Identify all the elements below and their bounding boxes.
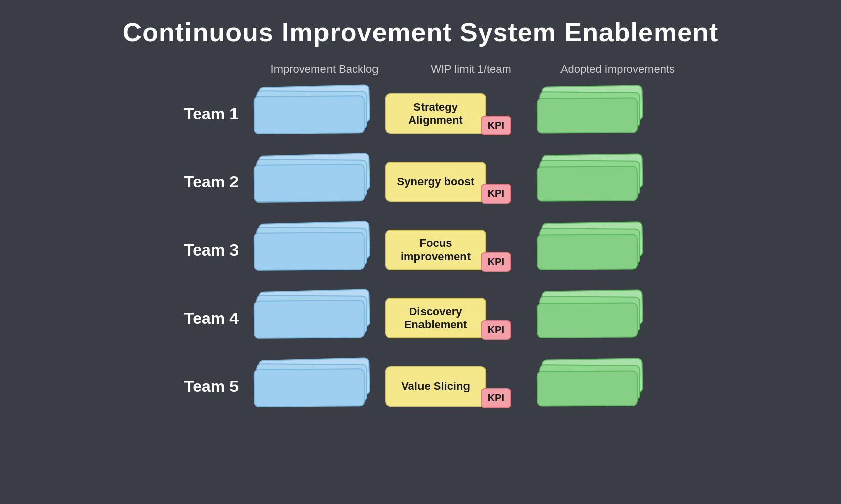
green-card-4-2 bbox=[537, 302, 638, 338]
adopted-stack-2 bbox=[537, 154, 668, 210]
team-label-4: Team 4 bbox=[143, 309, 254, 328]
column-headers: Improvement Backlog WIP limit 1/team Ado… bbox=[143, 63, 698, 76]
col-header-adopted: Adopted improvements bbox=[547, 63, 688, 76]
kpi-badge-5: KPI bbox=[481, 388, 511, 408]
team-row-4: Team 4Discovery EnablementKPI bbox=[143, 285, 698, 351]
team-row-5: Team 5Value SlicingKPI bbox=[143, 354, 698, 419]
main-container: Continuous Improvement System Enablement… bbox=[67, 12, 774, 492]
adopted-stack-3 bbox=[537, 222, 668, 278]
kpi-badge-2: KPI bbox=[481, 184, 511, 204]
wip-area-2: Synergy boostKPI bbox=[385, 154, 537, 210]
wip-card-3: Focus improvement bbox=[385, 230, 486, 270]
backlog-stack-2 bbox=[254, 154, 385, 210]
kpi-badge-3: KPI bbox=[481, 252, 511, 272]
kpi-badge-1: KPI bbox=[481, 116, 511, 135]
team-row-2: Team 2Synergy boostKPI bbox=[143, 149, 698, 215]
green-card-2-2 bbox=[537, 166, 638, 201]
wip-card-2: Synergy boost bbox=[385, 162, 486, 202]
blue-card-5-2 bbox=[254, 368, 365, 407]
green-card-3-2 bbox=[537, 234, 638, 270]
wip-card-1: Strategy Alignment bbox=[385, 93, 486, 134]
backlog-stack-3 bbox=[254, 222, 385, 278]
adopted-stack-1 bbox=[537, 86, 668, 141]
team-label-1: Team 1 bbox=[143, 105, 254, 123]
team-row-3: Team 3Focus improvementKPI bbox=[143, 217, 698, 283]
wip-card-4: Discovery Enablement bbox=[385, 298, 486, 338]
wip-card-5: Value Slicing bbox=[385, 366, 486, 407]
backlog-stack-1 bbox=[254, 86, 385, 141]
wip-area-5: Value SlicingKPI bbox=[385, 359, 537, 414]
team-label-5: Team 5 bbox=[143, 377, 254, 396]
wip-area-4: Discovery EnablementKPI bbox=[385, 290, 537, 346]
blue-card-2-2 bbox=[254, 164, 365, 203]
team-label-2: Team 2 bbox=[143, 173, 254, 191]
page-title: Continuous Improvement System Enablement bbox=[123, 17, 718, 47]
col-header-backlog: Improvement Backlog bbox=[254, 63, 395, 76]
wip-area-3: Focus improvementKPI bbox=[385, 222, 537, 278]
blue-card-4-2 bbox=[254, 300, 365, 339]
backlog-stack-5 bbox=[254, 359, 385, 414]
green-card-1-2 bbox=[537, 97, 638, 133]
green-card-5-2 bbox=[537, 370, 638, 406]
teams-grid: Team 1Strategy AlignmentKPITeam 2Synergy… bbox=[143, 81, 698, 419]
adopted-stack-4 bbox=[537, 290, 668, 346]
col-header-wip: WIP limit 1/team bbox=[395, 63, 547, 76]
blue-card-3-2 bbox=[254, 232, 365, 271]
blue-card-1-2 bbox=[254, 95, 365, 134]
team-label-3: Team 3 bbox=[143, 241, 254, 260]
kpi-badge-4: KPI bbox=[481, 320, 511, 340]
adopted-stack-5 bbox=[537, 359, 668, 414]
backlog-stack-4 bbox=[254, 290, 385, 346]
wip-area-1: Strategy AlignmentKPI bbox=[385, 86, 537, 141]
team-row-1: Team 1Strategy AlignmentKPI bbox=[143, 81, 698, 146]
